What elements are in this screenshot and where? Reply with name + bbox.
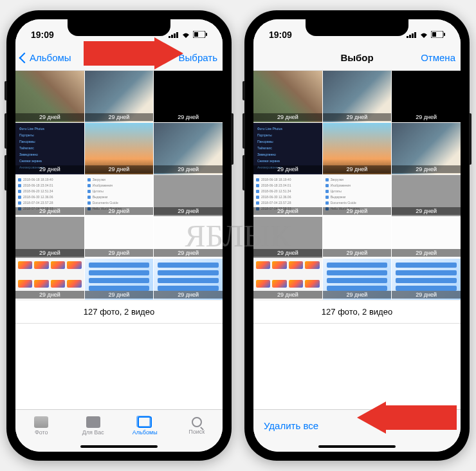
- volume-down: [5, 155, 7, 190]
- photo-thumb[interactable]: 29 дней: [392, 123, 461, 174]
- albums-icon: [138, 416, 152, 428]
- svg-rect-11: [414, 32, 416, 38]
- tab-bar: Фото Для Вас Альбомы Поиск: [15, 409, 223, 441]
- photo-thumb[interactable]: 29 дней: [154, 175, 223, 216]
- tab-foryou[interactable]: Для Вас: [68, 410, 120, 441]
- photo-thumb[interactable]: Фото Live PhotosПортретыПанорамыТаймлапс…: [15, 123, 84, 174]
- photo-thumb[interactable]: 29 дней: [323, 217, 392, 258]
- home-indicator[interactable]: [15, 441, 223, 452]
- cancel-button[interactable]: Отмена: [421, 52, 455, 63]
- photo-thumb[interactable]: 29 дней: [323, 71, 392, 122]
- mute-switch: [243, 81, 245, 100]
- photo-thumb[interactable]: 2018-06-18 18.19.402018-06-18 23.04.0120…: [15, 175, 84, 216]
- volume-down: [243, 155, 245, 190]
- back-label: Альбомы: [30, 52, 71, 63]
- photo-thumb[interactable]: 29 дней: [85, 217, 154, 258]
- photo-thumb[interactable]: Фото Live PhotosПортретыПанорамыТаймлапс…: [253, 123, 322, 174]
- callout-arrow-left: [354, 402, 457, 434]
- status-time: 19:09: [31, 30, 54, 40]
- photo-thumb[interactable]: 29 дней: [253, 259, 322, 300]
- svg-marker-15: [357, 402, 457, 434]
- svg-rect-10: [412, 33, 414, 38]
- content-area[interactable]: 29 дней 29 дней 29 дней Фото Live Photos…: [253, 71, 461, 409]
- search-icon: [192, 417, 202, 427]
- photos-icon: [34, 416, 48, 428]
- phone-right: 19:09 Выбор Отмена 29 дней 29 дней 29 дн…: [244, 10, 470, 461]
- svg-rect-8: [407, 36, 408, 38]
- signal-icon: [407, 30, 417, 40]
- svg-rect-14: [444, 33, 445, 36]
- photo-thumb[interactable]: 29 дней: [154, 217, 223, 258]
- chevron-left-icon: [19, 52, 30, 63]
- power-button: [469, 113, 471, 165]
- photo-thumb[interactable]: 29 дней: [15, 217, 84, 258]
- photo-thumb[interactable]: 29 дней: [85, 123, 154, 174]
- summary-text: 127 фото, 2 видео: [253, 300, 461, 324]
- photo-thumb[interactable]: 29 дней: [85, 259, 154, 300]
- volume-up: [5, 113, 7, 149]
- photo-thumb[interactable]: 29 дней: [392, 175, 461, 216]
- photo-thumb[interactable]: 29 дней: [392, 71, 461, 122]
- photo-thumb[interactable]: 29 дней: [85, 71, 154, 122]
- delete-all-label: Удалить все: [264, 420, 318, 431]
- content-area[interactable]: 29 дней 29 дней 29 дней Фото Live Photos…: [15, 71, 223, 409]
- home-indicator[interactable]: [253, 441, 461, 452]
- nav-bar: Выбор Отмена: [253, 45, 461, 71]
- photo-thumb[interactable]: 29 дней: [15, 259, 84, 300]
- tab-albums[interactable]: Альбомы: [119, 410, 171, 441]
- summary-text: 127 фото, 2 видео: [15, 300, 223, 324]
- photo-thumb[interactable]: ЗагрузкиИзображенияЦитатыВыдержкиDocumen…: [323, 175, 392, 216]
- wifi-icon: [419, 30, 428, 40]
- svg-marker-7: [84, 37, 183, 69]
- photo-thumb[interactable]: 29 дней: [392, 259, 461, 300]
- photo-thumb[interactable]: ЗагрузкиИзображенияЦитатыВыдержкиDocumen…: [85, 175, 154, 216]
- photo-thumb[interactable]: 29 дней: [15, 71, 84, 122]
- tab-photos[interactable]: Фото: [15, 410, 68, 441]
- photo-thumb[interactable]: 2018-06-18 18.19.402018-06-18 23.04.0120…: [253, 175, 322, 216]
- photo-thumb[interactable]: 29 дней: [392, 217, 461, 258]
- volume-up: [243, 113, 245, 149]
- photo-thumb[interactable]: 29 дней: [154, 123, 223, 174]
- battery-icon: [193, 30, 207, 40]
- page-title: Выбор: [340, 52, 373, 63]
- svg-rect-5: [194, 32, 198, 37]
- status-time: 19:09: [269, 30, 292, 40]
- svg-rect-6: [206, 33, 207, 36]
- callout-arrow-right: [84, 37, 187, 69]
- tab-search[interactable]: Поиск: [171, 410, 223, 441]
- photo-thumb[interactable]: 29 дней: [253, 71, 322, 122]
- phone-left: 19:09 Альбомы Н Выбрать: [6, 10, 232, 461]
- svg-rect-9: [409, 35, 411, 38]
- svg-rect-13: [432, 32, 436, 37]
- mute-switch: [5, 81, 7, 100]
- photo-thumb[interactable]: 29 дней: [323, 123, 392, 174]
- photo-thumb[interactable]: 29 дней: [154, 71, 223, 122]
- notch: [306, 19, 408, 36]
- photo-thumb[interactable]: 29 дней: [253, 217, 322, 258]
- power-button: [231, 113, 233, 165]
- foryou-icon: [86, 416, 100, 428]
- battery-icon: [431, 30, 445, 40]
- photo-thumb[interactable]: 29 дней: [323, 259, 392, 300]
- photo-thumb[interactable]: 29 дней: [154, 259, 223, 300]
- back-button[interactable]: Альбомы: [21, 52, 71, 63]
- notch: [68, 19, 170, 36]
